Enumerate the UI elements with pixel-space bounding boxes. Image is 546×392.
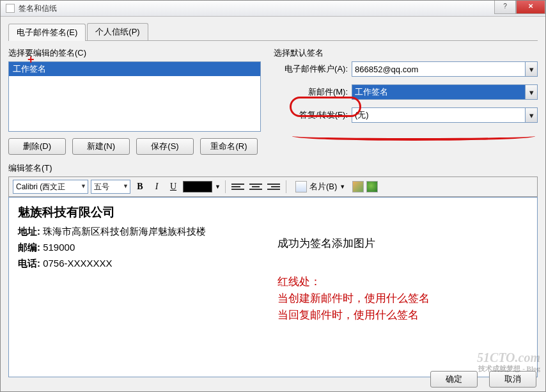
list-item[interactable]: 工作签名	[9, 62, 260, 76]
chevron-down-icon[interactable]: ▾	[525, 85, 537, 99]
window-title: 签名和信纸	[19, 3, 57, 14]
separator	[225, 180, 226, 193]
bold-button[interactable]: B	[133, 180, 147, 193]
new-mail-label: 新邮件(M):	[274, 86, 352, 98]
account-combo[interactable]: 866852@qq.com ▾	[352, 61, 538, 77]
default-signature-label: 选择默认签名	[274, 47, 538, 59]
reply-value: (无)	[355, 109, 369, 121]
font-color-swatch[interactable]	[183, 181, 212, 192]
underline-button[interactable]: U	[166, 180, 180, 193]
watermark: 51CTO.com 技术成就梦想 - Blog	[477, 350, 540, 372]
align-right-button[interactable]	[266, 181, 281, 192]
zip-line: 邮编: 519000	[18, 242, 528, 254]
delete-button[interactable]: 删除(D)	[8, 138, 66, 155]
insert-link-button[interactable]	[366, 181, 378, 192]
dialog-content: 电子邮件签名(E) 个人信纸(P) 选择要编辑的签名(C) 工作签名 删除(D)…	[1, 17, 545, 384]
account-label: 电子邮件帐户(A):	[274, 63, 352, 75]
note-red-heading: 红线处：	[277, 274, 321, 289]
tab-strip: 电子邮件签名(E) 个人信纸(P)	[8, 23, 538, 41]
new-button[interactable]: 新建(N)	[72, 138, 130, 155]
annotation-underline	[292, 132, 535, 141]
help-button[interactable]: ?	[494, 1, 516, 14]
rename-button[interactable]: 重命名(R)	[200, 138, 258, 155]
dialog-footer: 确定 取消	[430, 371, 536, 388]
align-center-button[interactable]	[248, 181, 263, 192]
font-size-combo[interactable]: 五号▼	[91, 180, 130, 194]
business-card-button[interactable]: 名片(B) ▼	[291, 180, 350, 194]
select-signature-label: 选择要编辑的签名(C)	[8, 47, 261, 59]
tab-stationery[interactable]: 个人信纸(P)	[87, 23, 148, 40]
note-red-line: 当回复邮件时，使用什么签名	[277, 308, 419, 322]
italic-button[interactable]: I	[150, 180, 164, 193]
signature-editor[interactable]: 魅族科技有限公司 地址: 珠海市高新区科技创新海岸魅族科技楼 邮编: 51900…	[8, 197, 538, 377]
address-line: 地址: 珠海市高新区科技创新海岸魅族科技楼	[18, 226, 528, 238]
font-combo[interactable]: Calibri (西文正▼	[13, 180, 88, 194]
app-icon	[6, 4, 15, 13]
company-name: 魅族科技有限公司	[18, 204, 528, 221]
account-value: 866852@qq.com	[355, 65, 418, 74]
tab-email-signature[interactable]: 电子邮件签名(E)	[8, 24, 86, 41]
cancel-button[interactable]: 取消	[489, 371, 536, 388]
align-left-button[interactable]	[230, 181, 246, 192]
edit-signature-label: 编辑签名(T)	[8, 162, 538, 174]
note-success: 成功为签名添加图片	[277, 236, 375, 251]
chevron-down-icon[interactable]: ▾	[525, 108, 537, 122]
title-bar: 签名和信纸 ? ✕	[1, 1, 545, 17]
dialog-window: 签名和信纸 ? ✕ 电子邮件签名(E) 个人信纸(P) 选择要编辑的签名(C) …	[0, 0, 546, 392]
note-red-line: 当创建新邮件时，使用什么签名	[277, 291, 430, 306]
signature-listbox[interactable]: 工作签名	[8, 61, 261, 132]
close-button[interactable]: ✕	[516, 1, 545, 14]
save-button[interactable]: 保存(S)	[136, 138, 194, 155]
reply-label: 答复/转发(F):	[274, 109, 352, 121]
editor-toolbar: Calibri (西文正▼ 五号▼ B I U ▼ 名片(B) ▼	[8, 176, 538, 197]
insert-image-button[interactable]	[352, 181, 364, 192]
new-mail-combo[interactable]: 工作签名 ▾	[352, 84, 538, 100]
reply-combo[interactable]: (无) ▾	[352, 107, 538, 123]
card-icon	[295, 181, 307, 192]
chevron-down-icon[interactable]: ▾	[525, 62, 537, 76]
new-mail-value: 工作签名	[355, 86, 388, 98]
separator	[286, 180, 286, 193]
phone-line: 电话: 0756-XXXXXXX	[18, 258, 528, 270]
ok-button[interactable]: 确定	[430, 371, 478, 388]
